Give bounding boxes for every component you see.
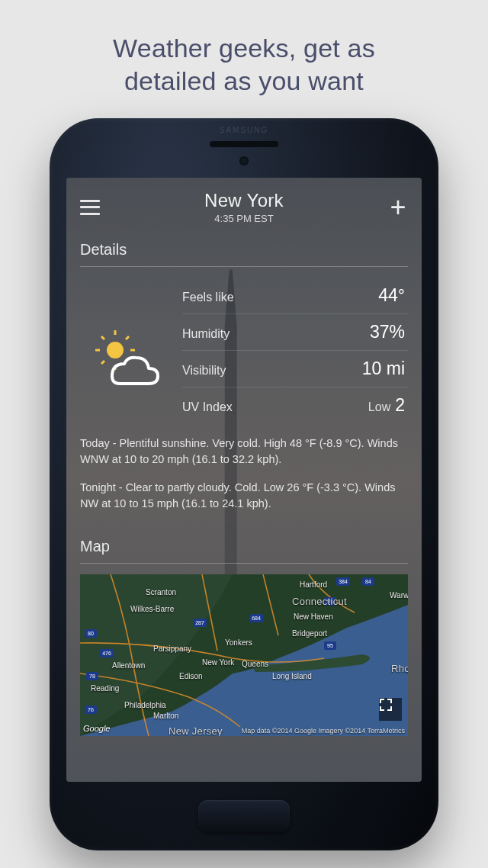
- location-header[interactable]: New York 4:35 PM EST: [204, 190, 284, 224]
- local-time: 4:35 PM EST: [204, 213, 284, 224]
- svg-text:78: 78: [89, 674, 95, 679]
- forecast-today: Today - Plentiful sunshine. Very cold. H…: [80, 436, 408, 468]
- app-screen: New York 4:35 PM EST + Details: [66, 178, 422, 782]
- partly-sunny-icon: [80, 278, 172, 423]
- app-topbar: New York 4:35 PM EST +: [66, 178, 422, 233]
- forecast-tonight: Tonight - Clear to partly cloudy. Cold. …: [80, 480, 408, 512]
- expand-map-icon[interactable]: [379, 698, 402, 721]
- promo-line1: Weather geeks, get as: [113, 32, 375, 65]
- metric-value: Low2: [368, 395, 405, 416]
- map-provider-logo: Google: [83, 724, 110, 733]
- svg-text:91: 91: [327, 599, 333, 604]
- metric-label: UV Index: [182, 400, 233, 414]
- weather-map[interactable]: 80 287 476 78 76 684 384 84 91 95 Scrant: [80, 574, 408, 736]
- metric-label: Humidity: [182, 327, 230, 341]
- map-attribution: Map data ©2014 Google Imagery ©2014 Terr…: [242, 727, 405, 735]
- svg-line-6: [126, 336, 129, 339]
- menu-icon[interactable]: [80, 200, 100, 215]
- metric-uv-index: UV Index Low2: [182, 387, 408, 423]
- svg-text:95: 95: [327, 643, 333, 648]
- svg-text:384: 384: [339, 579, 348, 584]
- phone-home-button[interactable]: [198, 800, 290, 832]
- svg-text:684: 684: [252, 616, 261, 621]
- details-section: Details: [66, 233, 422, 526]
- svg-text:84: 84: [365, 579, 371, 584]
- metric-label: Visibility: [182, 364, 226, 378]
- svg-line-5: [101, 336, 104, 339]
- metric-feels-like: Feels like 44°: [182, 278, 408, 314]
- metric-humidity: Humidity 37%: [182, 314, 408, 351]
- map-section: Map: [66, 530, 422, 736]
- svg-text:476: 476: [102, 651, 111, 656]
- metric-visibility: Visibility 10 mi: [182, 351, 408, 387]
- details-title: Details: [80, 233, 408, 267]
- promo-line2: detailed as you want: [113, 65, 375, 98]
- metric-value: 44°: [378, 285, 405, 306]
- metric-label: Feels like: [182, 291, 234, 304]
- phone-frame: SAMSUNG New York 4:35 PM EST + Details: [50, 118, 438, 850]
- svg-text:76: 76: [88, 707, 94, 712]
- svg-point-0: [107, 342, 124, 358]
- metrics-list: Feels like 44° Humidity 37% Visibility 1…: [182, 278, 408, 423]
- phone-brand: SAMSUNG: [220, 126, 269, 134]
- svg-text:80: 80: [88, 631, 94, 636]
- add-location-icon[interactable]: +: [388, 200, 408, 215]
- map-title: Map: [80, 530, 408, 564]
- metric-value: 37%: [370, 322, 405, 342]
- svg-line-7: [101, 361, 104, 364]
- promo-headline: Weather geeks, get as detailed as you wa…: [113, 32, 375, 97]
- city-name: New York: [204, 190, 284, 211]
- metric-value: 10 mi: [362, 358, 405, 379]
- svg-text:287: 287: [195, 620, 204, 625]
